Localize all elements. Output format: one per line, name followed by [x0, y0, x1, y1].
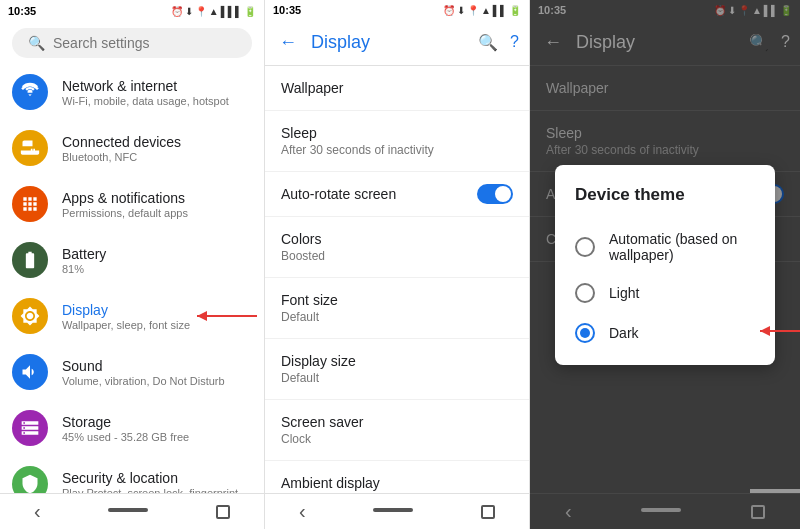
display-item-wallpaper[interactable]: Wallpaper [265, 66, 529, 111]
battery-subtitle: 81% [62, 263, 252, 275]
storage-text: Storage 45% used - 35.28 GB free [62, 414, 252, 443]
alarm-icon-p2: ⏰ [443, 5, 455, 16]
settings-panel: 10:35 ⏰ ⬇ 📍 ▲ ▌▌▌ 🔋 🔍 Network & internet… [0, 0, 265, 529]
display-item-displaysize[interactable]: Display size Default [265, 339, 529, 400]
displaysize-subtitle: Default [281, 371, 513, 385]
display-arrow [192, 306, 264, 326]
screensaver-title: Screen saver [281, 414, 513, 430]
settings-item-display[interactable]: Display Wallpaper, sleep, font size [0, 288, 264, 344]
toggle-on-indicator [477, 184, 513, 204]
battery-settings-icon [12, 242, 48, 278]
sleep-subtitle: After 30 seconds of inactivity [281, 143, 513, 157]
bottom-nav-panel2: ‹ [265, 493, 529, 529]
download-icon-p2: ⬇ [457, 5, 465, 16]
display-item-screensaver[interactable]: Screen saver Clock [265, 400, 529, 461]
location-icon: 📍 [195, 6, 207, 17]
display-item-sleep[interactable]: Sleep After 30 seconds of inactivity [265, 111, 529, 172]
back-nav-icon[interactable]: ‹ [34, 500, 41, 523]
settings-item-battery[interactable]: Battery 81% [0, 232, 264, 288]
security-text: Security & location Play Protect, screen… [62, 470, 252, 494]
back-nav-p2[interactable]: ‹ [299, 500, 306, 523]
colors-title: Colors [281, 231, 513, 247]
display-panel: 10:35 ⏰ ⬇ 📍 ▲ ▌▌ 🔋 ← Display 🔍 ? Wallpap… [265, 0, 530, 529]
recents-nav-icon[interactable] [216, 505, 230, 519]
battery-icon: 🔋 [244, 6, 256, 17]
svg-marker-1 [197, 311, 207, 321]
settings-item-network[interactable]: Network & internet Wi-Fi, mobile, data u… [0, 64, 264, 120]
security-icon [12, 466, 48, 493]
sleep-title: Sleep [281, 125, 513, 141]
status-icons-panel1: ⏰ ⬇ 📍 ▲ ▌▌▌ 🔋 [171, 6, 256, 17]
network-title: Network & internet [62, 78, 252, 94]
search-icon-p2[interactable]: 🔍 [478, 33, 498, 52]
search-bar[interactable]: 🔍 [12, 28, 252, 58]
dialog-option-dark[interactable]: Dark [575, 313, 755, 353]
display-item-colors[interactable]: Colors Boosted [265, 217, 529, 278]
screensaver-subtitle: Clock [281, 432, 513, 446]
display-item-autorotate[interactable]: Auto-rotate screen [265, 172, 529, 217]
devices-text: Connected devices Bluetooth, NFC [62, 134, 252, 163]
location-icon-p2: 📍 [467, 5, 479, 16]
settings-item-sound[interactable]: Sound Volume, vibration, Do Not Disturb [0, 344, 264, 400]
devices-icon [12, 130, 48, 166]
apps-icon [12, 186, 48, 222]
home-nav-p2[interactable] [373, 508, 413, 512]
settings-item-apps[interactable]: Apps & notifications Permissions, defaul… [0, 176, 264, 232]
battery-icon-p2: 🔋 [509, 5, 521, 16]
displaysize-title: Display size [281, 353, 513, 369]
search-icon: 🔍 [28, 35, 45, 51]
storage-subtitle: 45% used - 35.28 GB free [62, 431, 252, 443]
settings-list: Network & internet Wi-Fi, mobile, data u… [0, 64, 264, 493]
signal-icon-p2: ▌▌ [493, 5, 507, 16]
download-icon: ⬇ [185, 6, 193, 17]
display-item-fontsize[interactable]: Font size Default [265, 278, 529, 339]
network-text: Network & internet Wi-Fi, mobile, data u… [62, 78, 252, 107]
apps-subtitle: Permissions, default apps [62, 207, 252, 219]
wifi-icon: ▲ [209, 6, 219, 17]
back-button-p2[interactable]: ← [275, 30, 301, 55]
alarm-icon: ⏰ [171, 6, 183, 17]
display-item-ambient[interactable]: Ambient display Always on / Increased ba… [265, 461, 529, 493]
fontsize-subtitle: Default [281, 310, 513, 324]
status-bar-panel2: 10:35 ⏰ ⬇ 📍 ▲ ▌▌ 🔋 [265, 0, 529, 20]
settings-item-devices[interactable]: Connected devices Bluetooth, NFC [0, 120, 264, 176]
display-header: ← Display 🔍 ? [265, 20, 529, 66]
ambient-title: Ambient display [281, 475, 513, 491]
dialog-label-automatic: Automatic (based on wallpaper) [609, 231, 755, 263]
bottom-nav-panel1: ‹ [0, 493, 264, 529]
display-header-icons: 🔍 ? [478, 33, 519, 52]
search-input[interactable] [53, 35, 236, 51]
sound-icon [12, 354, 48, 390]
fontsize-title: Font size [281, 292, 513, 308]
battery-title: Battery [62, 246, 252, 262]
dialog-label-light: Light [609, 285, 639, 301]
battery-text: Battery 81% [62, 246, 252, 275]
dark-arrow-annotation [755, 322, 800, 344]
settings-item-security[interactable]: Security & location Play Protect, screen… [0, 456, 264, 493]
device-theme-dialog: Device theme Automatic (based on wallpap… [555, 165, 775, 365]
home-nav-icon[interactable] [108, 508, 148, 512]
radio-automatic [575, 237, 595, 257]
sound-title: Sound [62, 358, 252, 374]
apps-text: Apps & notifications Permissions, defaul… [62, 190, 252, 219]
signal-icon: ▌▌▌ [221, 6, 242, 17]
storage-icon [12, 410, 48, 446]
help-icon-p2[interactable]: ? [510, 33, 519, 52]
apps-title: Apps & notifications [62, 190, 252, 206]
svg-marker-5 [760, 326, 770, 336]
devices-title: Connected devices [62, 134, 252, 150]
radio-dark [575, 323, 595, 343]
security-title: Security & location [62, 470, 252, 486]
autorotate-toggle[interactable] [477, 184, 513, 204]
wifi-icon-p2: ▲ [481, 5, 491, 16]
radio-light [575, 283, 595, 303]
dialog-option-automatic[interactable]: Automatic (based on wallpaper) [575, 221, 755, 273]
recents-nav-p2[interactable] [481, 505, 495, 519]
dialog-title: Device theme [575, 185, 755, 205]
sound-subtitle: Volume, vibration, Do Not Disturb [62, 375, 252, 387]
dialog-option-light[interactable]: Light [575, 273, 755, 313]
time-panel2: 10:35 [273, 4, 301, 16]
network-subtitle: Wi-Fi, mobile, data usage, hotspot [62, 95, 252, 107]
settings-item-storage[interactable]: Storage 45% used - 35.28 GB free [0, 400, 264, 456]
wallpaper-title: Wallpaper [281, 80, 513, 96]
